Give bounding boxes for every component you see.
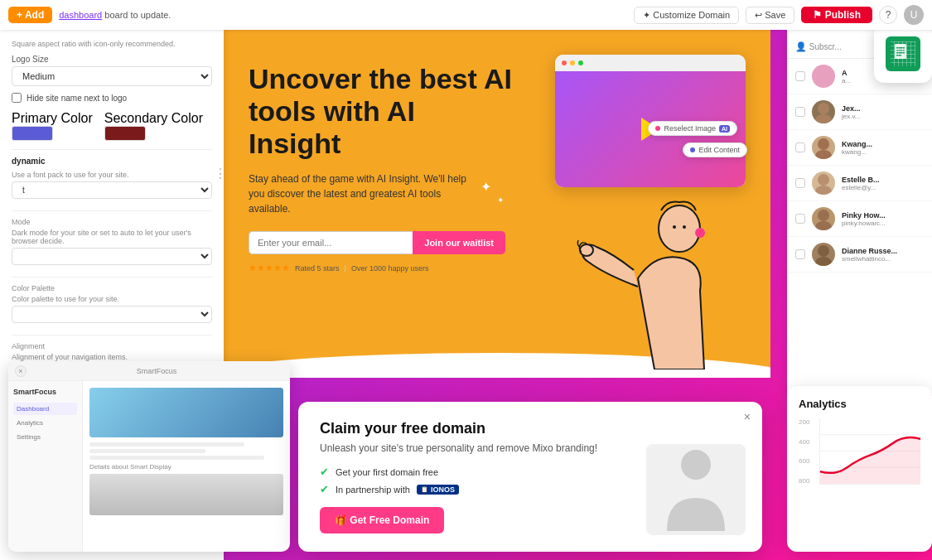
alignment-label: Alignment — [12, 342, 212, 350]
publish-button[interactable]: ⚑ Publish — [801, 7, 872, 23]
font-select[interactable]: t — [12, 181, 212, 199]
preview-logo: SmartFocus — [13, 388, 77, 396]
subscriber-checkbox[interactable] — [795, 107, 805, 117]
subscriber-row: Jex... jex.v... — [787, 94, 932, 130]
subscribers-panel: 👤 Subscr... A a... Jex... jex.v... Kwang… — [787, 30, 932, 394]
preview-nav-dashboard[interactable]: Dashboard — [13, 403, 77, 415]
palette-label: Color Palette — [12, 284, 212, 292]
subscriber-name: Estelle B... — [842, 176, 880, 184]
mode-hint: Dark mode for your site or set to auto t… — [12, 229, 212, 245]
secondary-color-label: Secondary Color — [104, 111, 203, 125]
preview-person-image — [89, 474, 283, 515]
preview-nav-settings[interactable]: Settings — [13, 431, 77, 443]
fonts-section-title: dynamic — [12, 157, 212, 166]
preview-detail-text: Details about Smart Display — [89, 463, 283, 471]
subscriber-info: Pinky How... pinky.howarc... — [842, 211, 886, 227]
top-bar: + Add dashboard board to update. ✦ Custo… — [0, 0, 932, 30]
subscriber-email: smellwhattinco... — [842, 255, 897, 263]
svg-point-10 — [818, 174, 829, 186]
save-button[interactable]: ↩ Save — [746, 7, 794, 24]
hero-cta-button[interactable]: Join our waitlist — [413, 231, 505, 254]
rated-label: Rated 5 stars — [295, 264, 340, 273]
top-bar-left: + Add dashboard board to update. — [8, 7, 171, 23]
preview-titlebar: × SmartFocus — [8, 361, 290, 381]
svg-point-1 — [580, 244, 593, 256]
help-button[interactable]: ? — [879, 6, 897, 24]
breadcrumb-link[interactable]: dashboard — [59, 10, 102, 20]
subscriber-row: Kwang... kwang... — [787, 130, 932, 166]
palette-select[interactable] — [12, 306, 212, 323]
subscriber-info: A a... — [842, 69, 851, 84]
svg-point-5 — [681, 450, 711, 480]
domain-image — [646, 444, 746, 535]
svg-point-7 — [815, 114, 832, 123]
analytics-card: Analytics 800 600 400 200 — [787, 386, 932, 552]
secondary-color-item: Secondary Color — [104, 111, 203, 141]
color-row: Primary Color Secondary Color — [12, 111, 212, 141]
subscriber-info: Dianne Russe... smellwhattinco... — [842, 247, 897, 263]
primary-color-swatch[interactable] — [12, 126, 53, 141]
subscriber-name: Dianne Russe... — [842, 247, 897, 255]
subscriber-info: Estelle B... estelle@y... — [842, 176, 880, 191]
preview-sidebar: SmartFocus Dashboard Analytics Settings — [8, 381, 83, 552]
analytics-chart: 800 600 400 200 — [799, 418, 920, 501]
small-preview-panel: × SmartFocus SmartFocus Dashboard Analyt… — [8, 361, 290, 552]
palette-hint: Color palette to use for your site. — [12, 295, 212, 303]
google-sheets-card[interactable] — [874, 25, 932, 83]
svg-rect-20 — [896, 55, 901, 56]
subscriber-name: Kwang... — [842, 140, 872, 148]
subscriber-avatar — [812, 207, 835, 230]
preview-text-1 — [89, 442, 244, 447]
add-button[interactable]: + Add — [8, 7, 52, 23]
subscriber-avatar — [812, 136, 835, 159]
svg-rect-19 — [896, 52, 905, 54]
y-label-200: 200 — [799, 418, 809, 426]
preview-nav-analytics[interactable]: Analytics — [13, 417, 77, 429]
subscriber-avatar — [812, 243, 835, 266]
hero-email-input[interactable] — [249, 231, 413, 254]
subscriber-checkbox[interactable] — [795, 71, 805, 81]
hide-name-label: Hide site name next to logo — [27, 94, 127, 103]
subscriber-email: jex.v... — [842, 113, 861, 120]
reselect-image-badge[interactable]: Reselect Image AI — [648, 121, 737, 136]
divider-3 — [12, 277, 212, 278]
hero-email-row: Join our waitlist — [249, 231, 505, 254]
svg-point-3 — [673, 225, 676, 229]
panel-collapse-handle[interactable]: ⋮ — [214, 166, 227, 181]
preview-close[interactable]: × — [15, 365, 27, 377]
y-label-800: 800 — [799, 477, 809, 485]
secondary-color-swatch[interactable] — [104, 126, 146, 141]
subscriber-checkbox[interactable] — [795, 142, 805, 152]
logo-size-select[interactable]: Medium — [12, 66, 212, 86]
domain-close-button[interactable]: × — [744, 410, 751, 423]
svg-rect-16 — [895, 44, 906, 59]
svg-point-4 — [683, 225, 686, 229]
edit-content-badge[interactable]: Edit Content — [683, 142, 747, 157]
ai-badge: AI — [719, 125, 730, 133]
google-sheets-icon — [886, 36, 920, 71]
subscriber-checkbox[interactable] — [795, 249, 805, 259]
hero-section: Uncover the best AI tools with AI Insigh… — [224, 30, 770, 378]
subscriber-email: kwang... — [842, 148, 872, 156]
svg-point-9 — [815, 150, 832, 159]
ionos-logo: 📋 IONOS — [417, 485, 459, 495]
customize-domain-button[interactable]: ✦ Customize Domain — [634, 7, 739, 24]
sparkle-2: ✦ — [497, 196, 504, 205]
avatar[interactable]: U — [904, 5, 924, 25]
preview-body: SmartFocus Dashboard Analytics Settings … — [8, 381, 290, 552]
subscriber-row: Pinky How... pinky.howarc... — [787, 201, 932, 237]
subscriber-name: Pinky How... — [842, 211, 886, 220]
logo-size-label: Logo Size — [12, 55, 212, 64]
subscriber-email: pinky.howarc... — [842, 220, 886, 227]
subscriber-checkbox[interactable] — [795, 178, 805, 188]
subscriber-email: estelle@y... — [842, 184, 880, 191]
divider-1 — [12, 149, 212, 150]
hide-name-checkbox[interactable] — [12, 93, 22, 103]
subscriber-checkbox[interactable] — [795, 214, 805, 224]
get-domain-button[interactable]: 🎁 Get Free Domain — [320, 507, 444, 533]
mode-select[interactable] — [12, 248, 212, 265]
subscriber-avatar — [812, 171, 835, 195]
mode-label: Mode — [12, 218, 212, 226]
sparkle-1: ✦ — [480, 179, 491, 195]
alignment-hint: Alignment of your navigation items. — [12, 353, 212, 361]
